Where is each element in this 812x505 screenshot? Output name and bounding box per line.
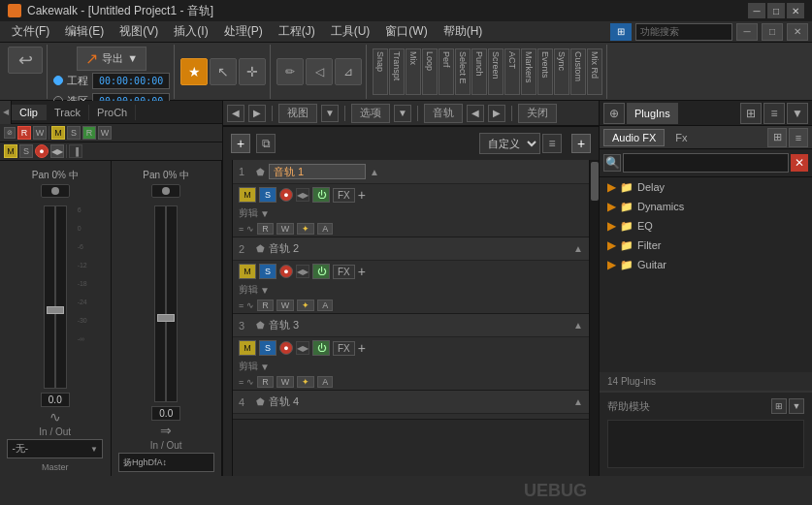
scrollbar-thumb[interactable]: [591, 162, 599, 201]
track-tab[interactable]: Track: [47, 105, 89, 120]
view-menu-btn[interactable]: 视图: [278, 104, 317, 123]
track-3-wave[interactable]: ∿: [246, 377, 254, 387]
export-button[interactable]: ↗ 导出 ▼: [77, 47, 146, 71]
ch1-m-btn[interactable]: M: [4, 144, 17, 158]
track-1-power[interactable]: ⏻: [312, 187, 330, 203]
ch1-w-btn[interactable]: W: [33, 126, 47, 140]
menu-edit[interactable]: 编辑(E): [57, 21, 112, 42]
track-3-w-btn[interactable]: W: [276, 376, 295, 388]
track-nav-prev[interactable]: ◀: [227, 105, 244, 122]
track-3-edit-arrow[interactable]: ▼: [260, 362, 270, 372]
track-2-mute[interactable]: M: [239, 264, 256, 279]
track-2-w-btn[interactable]: W: [276, 300, 295, 311]
panel-collapse-btn[interactable]: ◀: [0, 101, 12, 124]
menu-file[interactable]: 文件(F): [4, 21, 57, 42]
ch1-rec-btn[interactable]: R: [17, 126, 31, 140]
mix-btn[interactable]: Mix: [406, 48, 421, 95]
track-1-edit-label[interactable]: 剪辑: [239, 206, 258, 220]
track-1-rec[interactable]: ●: [279, 188, 293, 202]
track-3-collapse[interactable]: ⬟: [256, 320, 265, 331]
track-3-rec[interactable]: ●: [279, 341, 293, 355]
plugin-folder-eq[interactable]: ▶ 📁 EQ: [600, 216, 812, 236]
track-2-collapse[interactable]: ⬟: [256, 243, 265, 254]
option-menu-btn[interactable]: 选项: [351, 104, 390, 123]
track-2-wave[interactable]: ∿: [246, 300, 254, 310]
track-3-edit-label[interactable]: 剪辑: [239, 360, 258, 373]
track-1-collapse[interactable]: ⬟: [256, 167, 265, 177]
menu-insert[interactable]: 插入(I): [166, 21, 215, 42]
close-btn[interactable]: 关闭: [518, 104, 557, 123]
option-arrow[interactable]: ▼: [394, 105, 411, 122]
track-3-up[interactable]: ▲: [573, 320, 583, 331]
plugin-grid-btn[interactable]: ⊞: [740, 103, 762, 124]
custom-btn[interactable]: Custom: [570, 48, 586, 95]
track-4-up[interactable]: ▲: [573, 396, 583, 407]
plugin-folder-guitar[interactable]: ▶ 📁 Guitar: [600, 255, 812, 274]
track-2-add[interactable]: +: [358, 264, 366, 279]
track-3-add[interactable]: +: [358, 340, 366, 356]
ch1-fader[interactable]: 60-6-12-18-24-30-∞: [44, 205, 67, 389]
view-arrow[interactable]: ▼: [321, 105, 339, 122]
plugin-menu-btn[interactable]: ▼: [787, 103, 808, 124]
function-search-input[interactable]: [635, 23, 732, 41]
plugins-tab[interactable]: PlugIns: [627, 103, 678, 124]
audio-fx-tab[interactable]: Audio FX: [603, 129, 665, 146]
ch2-out-dropdown[interactable]: 扬HghDfA↕: [118, 453, 214, 472]
plugin-search-input[interactable]: [623, 153, 789, 173]
menu-window[interactable]: 窗口(W): [377, 21, 435, 42]
track-1-name-input[interactable]: [269, 164, 366, 179]
plugin-folder-filter[interactable]: ▶ 📁 Filter: [600, 236, 812, 255]
copy-track-button[interactable]: ⧉: [256, 134, 276, 153]
window-controls-max[interactable]: □: [762, 23, 783, 41]
ch1-eq-icon[interactable]: ∿: [49, 409, 61, 425]
track-1-solo[interactable]: S: [259, 187, 276, 203]
track-3-a-btn[interactable]: A: [317, 376, 333, 388]
track-4-collapse[interactable]: ⬟: [256, 396, 265, 407]
menu-view[interactable]: 视图(V): [112, 21, 166, 42]
track-2-monitor[interactable]: ◀▶: [296, 265, 309, 278]
eraser-tool[interactable]: ◁: [306, 58, 333, 85]
ch1-solo-btn[interactable]: S: [67, 126, 81, 140]
events-btn[interactable]: Events: [537, 48, 553, 95]
track-2-solo[interactable]: S: [259, 264, 276, 279]
track-1-up[interactable]: ▲: [370, 167, 379, 177]
track-menu-btn[interactable]: 音轨: [424, 104, 463, 123]
select-tool-button[interactable]: ↖: [210, 58, 237, 85]
track-1-edit-arrow[interactable]: ▼: [260, 208, 270, 219]
plugin-folder-delay[interactable]: ▶ 📁 Delay: [600, 177, 812, 197]
add-track-button[interactable]: +: [231, 134, 250, 153]
menu-process[interactable]: 处理(P): [216, 21, 271, 42]
punch-btn[interactable]: Punch: [471, 48, 487, 95]
ch2-fader-handle[interactable]: [157, 314, 175, 322]
track-2-fx-label[interactable]: FX: [333, 265, 355, 279]
window-controls-close[interactable]: ✕: [787, 23, 808, 41]
track-2-edit-arrow[interactable]: ▼: [260, 285, 270, 296]
menu-project[interactable]: 工程(J): [271, 21, 323, 42]
track-2-r-btn[interactable]: R: [257, 300, 274, 311]
ch1-pan-slider[interactable]: [41, 184, 70, 198]
markers-btn[interactable]: Markers: [521, 48, 536, 95]
track-2-star-btn[interactable]: ✦: [297, 300, 314, 311]
helper-menu-btn[interactable]: ▼: [789, 398, 804, 414]
transport-btn[interactable]: Transpt: [389, 48, 405, 95]
plugin-folder-dynamics[interactable]: ▶ 📁 Dynamics: [600, 197, 812, 216]
pencil-tool[interactable]: ✏: [276, 58, 304, 85]
perf-btn[interactable]: Perf: [438, 48, 454, 95]
track-3-power[interactable]: ⏻: [312, 340, 330, 356]
track-arrow[interactable]: ◀: [467, 105, 484, 122]
project-radio[interactable]: [53, 76, 63, 85]
audio-fx-list-btn[interactable]: ≡: [789, 128, 808, 147]
track-3-mute[interactable]: M: [239, 340, 256, 356]
plugin-search-icon[interactable]: 🔍: [603, 154, 621, 172]
trim-tool[interactable]: ⊿: [335, 58, 362, 85]
undo-button[interactable]: ↩: [8, 47, 43, 74]
snap-btn[interactable]: Snap: [373, 48, 388, 95]
track-2-rec[interactable]: ●: [279, 265, 293, 278]
proch-tab[interactable]: ProCh: [89, 105, 136, 120]
track-1-wave[interactable]: ∿: [246, 224, 254, 234]
track-1-mute[interactable]: M: [239, 187, 256, 203]
maximize-button[interactable]: □: [767, 3, 785, 18]
sync-btn[interactable]: Sync: [554, 48, 569, 95]
screen-btn[interactable]: Screen: [488, 48, 503, 95]
move-tool-button[interactable]: ✛: [239, 58, 266, 85]
